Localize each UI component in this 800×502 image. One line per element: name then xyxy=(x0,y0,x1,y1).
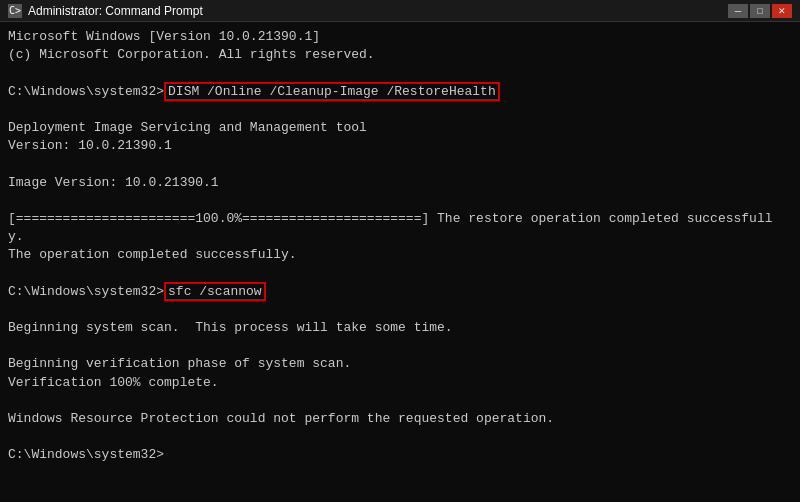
console-line xyxy=(8,428,792,446)
prompt-text: C:\Windows\system32> xyxy=(8,84,164,99)
console-line xyxy=(8,192,792,210)
console-line: [=======================100.0%==========… xyxy=(8,210,792,228)
console-line: C:\Windows\system32> xyxy=(8,446,792,464)
prompt-text: C:\Windows\system32> xyxy=(8,284,164,299)
console-line: C:\Windows\system32>sfc /scannow xyxy=(8,283,792,301)
console-line xyxy=(8,101,792,119)
title-bar-text: Administrator: Command Prompt xyxy=(28,4,722,18)
title-bar-icon: C> xyxy=(8,4,22,18)
console-line xyxy=(8,301,792,319)
console-line: Beginning system scan. This process will… xyxy=(8,319,792,337)
console-line xyxy=(8,337,792,355)
prompt-text: C:\Windows\system32> xyxy=(8,447,164,462)
console-line: Version: 10.0.21390.1 xyxy=(8,137,792,155)
console-line xyxy=(8,392,792,410)
title-bar: C> Administrator: Command Prompt ─ □ ✕ xyxy=(0,0,800,22)
console-line: Beginning verification phase of system s… xyxy=(8,355,792,373)
console-body: Microsoft Windows [Version 10.0.21390.1]… xyxy=(0,22,800,502)
console-line: Windows Resource Protection could not pe… xyxy=(8,410,792,428)
close-button[interactable]: ✕ xyxy=(772,4,792,18)
console-line: Microsoft Windows [Version 10.0.21390.1] xyxy=(8,28,792,46)
command-text: DISM /Online /Cleanup-Image /RestoreHeal… xyxy=(164,82,500,101)
console-line: C:\Windows\system32>DISM /Online /Cleanu… xyxy=(8,83,792,101)
console-line xyxy=(8,64,792,82)
console-line: Image Version: 10.0.21390.1 xyxy=(8,174,792,192)
maximize-button[interactable]: □ xyxy=(750,4,770,18)
minimize-button[interactable]: ─ xyxy=(728,4,748,18)
console-line: The operation completed successfully. xyxy=(8,246,792,264)
console-line: Deployment Image Servicing and Managemen… xyxy=(8,119,792,137)
console-line: (c) Microsoft Corporation. All rights re… xyxy=(8,46,792,64)
command-text: sfc /scannow xyxy=(164,282,266,301)
title-bar-controls: ─ □ ✕ xyxy=(728,4,792,18)
console-line xyxy=(8,155,792,173)
console-line: Verification 100% complete. xyxy=(8,374,792,392)
console-line: y. xyxy=(8,228,792,246)
console-line xyxy=(8,264,792,282)
